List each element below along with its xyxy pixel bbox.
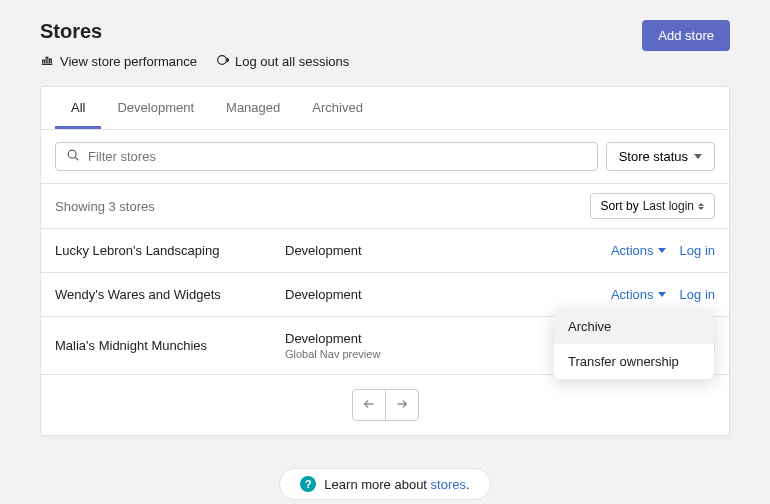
svg-line-2 [75,157,78,160]
arrow-left-icon [362,397,376,414]
sort-label: Sort by [601,199,639,213]
store-status-filter[interactable]: Store status [606,142,715,171]
dropdown-transfer-ownership[interactable]: Transfer ownership [554,344,714,379]
footer-text: Learn more about [324,477,430,492]
svg-point-1 [68,150,76,158]
page-title: Stores [40,20,349,43]
chart-icon [40,53,54,70]
chevron-down-icon [694,154,702,159]
table-row[interactable]: Wendy's Wares and Widgets Development Ac… [41,273,729,317]
tab-development[interactable]: Development [101,87,210,129]
filter-search[interactable] [55,142,598,171]
actions-label: Actions [611,243,654,258]
tab-archived[interactable]: Archived [296,87,379,129]
filter-input[interactable] [80,149,587,164]
next-page-button[interactable] [385,389,419,421]
actions-label: Actions [611,287,654,302]
logout-sessions-label: Log out all sessions [235,54,349,69]
table-row[interactable]: Lucky Lebron's Landscaping Development A… [41,229,729,273]
search-icon [66,148,80,165]
login-link[interactable]: Log in [680,287,715,302]
pagination [41,375,729,435]
store-type: Development [285,287,611,302]
sort-icon [698,203,704,210]
stores-card: All Development Managed Archived Store s… [40,86,730,436]
store-name: Malia's Midnight Munchies [55,338,285,353]
login-link[interactable]: Log in [680,243,715,258]
prev-page-button[interactable] [352,389,386,421]
tab-all[interactable]: All [55,87,101,129]
tabs: All Development Managed Archived [41,87,729,130]
store-name: Wendy's Wares and Widgets [55,287,285,302]
logout-sessions-link[interactable]: Log out all sessions [215,53,349,70]
actions-menu-trigger[interactable]: Actions [611,287,666,302]
footer-suffix: . [466,477,470,492]
arrow-right-icon [395,397,409,414]
chevron-down-icon [658,248,666,253]
view-performance-label: View store performance [60,54,197,69]
store-name: Lucky Lebron's Landscaping [55,243,285,258]
sort-value: Last login [643,199,694,213]
help-icon: ? [300,476,316,492]
chevron-down-icon [658,292,666,297]
help-footer: ? Learn more about stores. [279,468,490,500]
add-store-button[interactable]: Add store [642,20,730,51]
footer-link[interactable]: stores [431,477,466,492]
store-status-label: Store status [619,149,688,164]
view-performance-link[interactable]: View store performance [40,53,197,70]
logout-icon [215,53,229,70]
sort-button[interactable]: Sort by Last login [590,193,715,219]
svg-point-0 [218,56,227,65]
actions-dropdown: Archive Transfer ownership [554,309,714,379]
store-type: Development [285,243,611,258]
actions-menu-trigger[interactable]: Actions [611,243,666,258]
dropdown-archive[interactable]: Archive [554,309,714,344]
result-count: Showing 3 stores [55,199,155,214]
tab-managed[interactable]: Managed [210,87,296,129]
